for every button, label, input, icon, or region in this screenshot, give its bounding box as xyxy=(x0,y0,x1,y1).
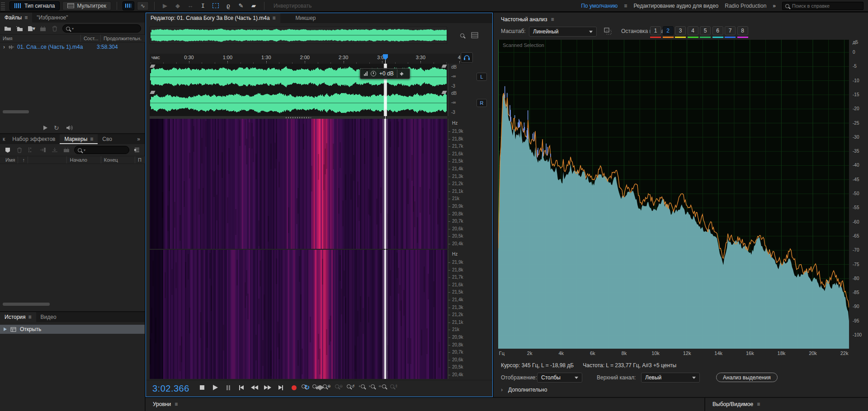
file-row[interactable]: › 01. Сла...се (Часть 1).m4a 3:58.304 xyxy=(0,42,145,51)
paintbrush-selection-tool-icon[interactable]: ✎ xyxy=(236,1,246,10)
tab-history[interactable]: История≡ xyxy=(0,312,36,322)
preview-play-icon[interactable] xyxy=(43,126,47,130)
panel-menu-icon[interactable]: ≡ xyxy=(551,16,554,23)
zoom-selection-button[interactable]: ‹› xyxy=(379,384,386,388)
invert-button[interactable]: Инвертировать xyxy=(270,3,316,9)
panel-menu-icon[interactable]: ≡ xyxy=(273,15,276,21)
pin-hud-icon[interactable] xyxy=(397,70,406,78)
move-tool-icon[interactable]: ▶ xyxy=(160,1,170,10)
history-item-open[interactable]: Открыть xyxy=(0,325,145,334)
slip-tool-icon[interactable]: ↔ xyxy=(185,1,195,10)
spectral-display-right[interactable] xyxy=(150,250,447,379)
right-channel-enable-button[interactable]: R xyxy=(476,99,487,107)
panel-menu-icon[interactable]: ≡ xyxy=(24,14,28,21)
column-name[interactable]: Имя ↑ xyxy=(0,156,67,163)
loop-preview-icon[interactable]: ↻ xyxy=(54,124,59,131)
marker-type-filter-icon[interactable] xyxy=(133,146,141,154)
tab-selection-view[interactable]: Выбор/Видимое≡ xyxy=(712,401,760,407)
workspace-menu-icon[interactable]: ≡ xyxy=(624,3,627,9)
top-channel-dropdown[interactable]: Левый xyxy=(641,373,700,383)
marquee-selection-tool-icon[interactable] xyxy=(211,1,221,10)
column-state[interactable]: Сост... xyxy=(81,35,101,42)
tab-markers[interactable]: Маркеры≡ xyxy=(60,134,98,144)
play-button[interactable] xyxy=(211,384,219,391)
tab-favorites[interactable]: "Избранное" xyxy=(32,13,72,23)
spectral-view-button[interactable]: ∿ xyxy=(137,1,149,10)
time-display[interactable]: 3:02.366 xyxy=(152,383,189,394)
zoom-selection-left-button[interactable]: ‹ xyxy=(359,384,365,388)
tab-mixer[interactable]: Микшер xyxy=(291,13,321,23)
waveform-editor-button[interactable]: Тип сигнала xyxy=(9,1,60,10)
skip-to-start-button[interactable] xyxy=(237,384,245,391)
record-button[interactable] xyxy=(290,384,298,391)
stop-button[interactable] xyxy=(198,384,206,391)
display-dropdown[interactable]: Столбы xyxy=(537,373,582,383)
zoom-full-button[interactable]: ⇕ xyxy=(390,384,398,388)
zoom-out-full-icon[interactable] xyxy=(457,30,467,40)
tab-editor[interactable]: Редактор: 01. Слава Богу За Все (Часть 1… xyxy=(146,13,280,23)
column-duration-clipped[interactable]: П xyxy=(135,156,145,163)
frame-hold-1-button[interactable]: 1 xyxy=(650,26,661,35)
monitor-headphone-button[interactable] xyxy=(461,52,473,63)
toolbar-grip[interactable] xyxy=(1,1,5,10)
panel-menu-icon[interactable]: ≡ xyxy=(175,401,178,407)
frame-hold-4-button[interactable]: 4 xyxy=(688,26,698,35)
waveform-right-channel[interactable] xyxy=(150,90,447,116)
tab-video[interactable]: Видео xyxy=(36,312,61,322)
advanced-section[interactable]: › Дополнительно xyxy=(501,387,547,393)
copy-frame-icon[interactable] xyxy=(604,28,612,35)
razor-tool-icon[interactable]: ◆ xyxy=(173,1,183,10)
column-end[interactable]: Конец xyxy=(101,156,135,163)
frame-hold-5-button[interactable]: 5 xyxy=(700,26,711,35)
zoom-selection-right-button[interactable]: › xyxy=(369,384,375,388)
horizontal-scrollbar[interactable] xyxy=(3,303,50,306)
workspace-audio-for-video[interactable]: Редактирование аудио для видео xyxy=(633,3,718,9)
merge-markers-icon[interactable] xyxy=(27,146,35,154)
frame-hold-8-button[interactable]: 8 xyxy=(737,26,748,35)
auto-play-speaker-icon[interactable] xyxy=(66,124,74,131)
new-file-icon[interactable]: ▾ xyxy=(27,25,35,32)
tab-files[interactable]: Файлы≡ xyxy=(0,13,32,23)
lasso-selection-tool-icon[interactable]: ϱ xyxy=(223,1,233,10)
hud-gain-value[interactable]: +0 dB xyxy=(379,70,394,77)
export-markers-icon[interactable] xyxy=(51,146,59,154)
analyze-selection-button[interactable]: Анализ выделения xyxy=(716,373,778,382)
tab-effects-rack[interactable]: Набор эффектов xyxy=(8,134,60,144)
panel-menu-icon[interactable]: ≡ xyxy=(90,136,93,142)
zoom-out-time-button[interactable]: ⊖ xyxy=(335,384,343,388)
column-name[interactable]: Имя xyxy=(0,35,81,42)
zoom-in-time-button[interactable]: ⊕ xyxy=(323,384,331,388)
zoom-out-amplitude-button[interactable]: ↓ xyxy=(312,384,319,388)
frame-hold-7-button[interactable]: 7 xyxy=(725,26,736,35)
markers-search-box[interactable]: ▾ xyxy=(74,146,129,154)
tab-levels[interactable]: Уровни≡ xyxy=(153,401,178,407)
overview-waveform[interactable] xyxy=(150,27,447,44)
gain-hud[interactable]: +0 dB xyxy=(360,68,410,79)
add-marker-icon[interactable] xyxy=(4,146,12,154)
column-duration[interactable]: Продолжительн. xyxy=(101,35,145,42)
multitrack-button[interactable]: Мультитрек xyxy=(62,1,111,10)
time-selection-tool-icon[interactable]: I xyxy=(198,1,208,10)
grid-view-icon[interactable] xyxy=(470,30,480,40)
tab-properties-clipped[interactable]: Сво xyxy=(98,134,117,144)
files-search-box[interactable]: ▾ xyxy=(62,24,141,33)
import-file-icon[interactable] xyxy=(15,25,24,32)
left-channel-enable-button[interactable]: L xyxy=(476,73,487,81)
delete-marker-icon[interactable] xyxy=(15,146,24,154)
horizontal-scrollbar[interactable] xyxy=(3,110,29,113)
batch-process-icon[interactable] xyxy=(39,25,47,32)
column-start[interactable]: Начало xyxy=(67,156,101,163)
workspace-default[interactable]: По умолчанию xyxy=(581,3,618,9)
expand-chevron-icon[interactable]: › xyxy=(501,387,503,393)
waveform-view-button[interactable] xyxy=(123,1,134,10)
spectral-display-left[interactable] xyxy=(150,119,447,249)
scale-dropdown[interactable]: Линейный xyxy=(529,27,597,37)
trash-icon[interactable] xyxy=(51,25,59,32)
frame-hold-2-button[interactable]: 2 xyxy=(663,26,674,35)
insert-into-multitrack-icon[interactable] xyxy=(39,146,47,154)
workspace-radio-production[interactable]: Radio Production xyxy=(725,3,766,9)
timeline-ruler[interactable]: чмс0:301:001:302:002:303:003:304 xyxy=(150,54,472,64)
fast-forward-button[interactable] xyxy=(264,384,272,391)
skip-to-end-button[interactable] xyxy=(277,384,285,391)
help-search-input[interactable] xyxy=(792,3,860,9)
